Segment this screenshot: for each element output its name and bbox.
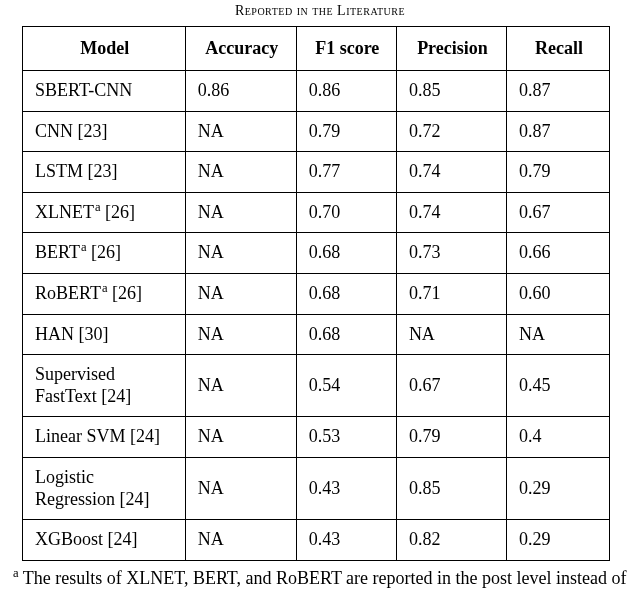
cell-f1: 0.68 xyxy=(296,233,396,274)
model-citation: [26] xyxy=(101,202,136,222)
table-row: XGBoost [24]NA0.430.820.29 xyxy=(23,520,610,561)
cell-accuracy: NA xyxy=(185,355,296,417)
table-header-row: Model Accuracy F1 score Precision Recall xyxy=(23,26,610,71)
footnote-text: The results of XLNET, BERT, and RoBERT a… xyxy=(12,568,626,594)
col-header-recall: Recall xyxy=(507,26,610,71)
model-name: XLNET xyxy=(35,202,94,222)
cell-recall: NA xyxy=(507,314,610,355)
cell-model: Logistic Regression [24] xyxy=(23,458,186,520)
cell-precision: 0.82 xyxy=(396,520,506,561)
cell-model: XGBoost [24] xyxy=(23,520,186,561)
cell-recall: 0.79 xyxy=(507,152,610,193)
cell-precision: 0.72 xyxy=(396,111,506,152)
model-name: Supervised FastText [24] xyxy=(35,364,131,406)
cell-f1: 0.68 xyxy=(296,274,396,315)
cell-model: SBERT-CNN xyxy=(23,71,186,112)
cell-f1: 0.43 xyxy=(296,520,396,561)
model-citation: [26] xyxy=(87,242,122,262)
cell-model: BERTa [26] xyxy=(23,233,186,274)
col-header-model: Model xyxy=(23,26,186,71)
cell-f1: 0.86 xyxy=(296,71,396,112)
table-row: SBERT-CNN0.860.860.850.87 xyxy=(23,71,610,112)
cell-accuracy: NA xyxy=(185,233,296,274)
cell-accuracy: NA xyxy=(185,458,296,520)
cell-precision: 0.71 xyxy=(396,274,506,315)
model-name: BERT xyxy=(35,242,80,262)
model-name: XGBoost [24] xyxy=(35,529,138,549)
col-header-f1: F1 score xyxy=(296,26,396,71)
cell-model: RoBERTa [26] xyxy=(23,274,186,315)
cell-accuracy: NA xyxy=(185,152,296,193)
cell-accuracy: NA xyxy=(185,274,296,315)
cell-accuracy: 0.86 xyxy=(185,71,296,112)
cell-recall: 0.60 xyxy=(507,274,610,315)
cell-recall: 0.66 xyxy=(507,233,610,274)
model-name: SBERT-CNN xyxy=(35,80,132,100)
cell-recall: 0.29 xyxy=(507,458,610,520)
cell-precision: 0.74 xyxy=(396,152,506,193)
cell-recall: 0.45 xyxy=(507,355,610,417)
model-name: CNN [23] xyxy=(35,121,108,141)
model-name: Logistic Regression [24] xyxy=(35,467,149,509)
table-row: LSTM [23]NA0.770.740.79 xyxy=(23,152,610,193)
cell-recall: 0.29 xyxy=(507,520,610,561)
cell-model: XLNETa [26] xyxy=(23,192,186,233)
cell-model: Linear SVM [24] xyxy=(23,417,186,458)
table-row: Logistic Regression [24]NA0.430.850.29 xyxy=(23,458,610,520)
model-name: Linear SVM [24] xyxy=(35,426,160,446)
cell-f1: 0.77 xyxy=(296,152,396,193)
cell-f1: 0.79 xyxy=(296,111,396,152)
cell-model: LSTM [23] xyxy=(23,152,186,193)
cell-model: Supervised FastText [24] xyxy=(23,355,186,417)
col-header-precision: Precision xyxy=(396,26,506,71)
model-name: HAN [30] xyxy=(35,324,109,344)
col-header-accuracy: Accuracy xyxy=(185,26,296,71)
cell-accuracy: NA xyxy=(185,111,296,152)
table-row: HAN [30]NA0.68NANA xyxy=(23,314,610,355)
cell-recall: 0.4 xyxy=(507,417,610,458)
table-row: XLNETa [26]NA0.700.740.67 xyxy=(23,192,610,233)
table-footnote: a The results of XLNET, BERT, and RoBERT… xyxy=(12,567,628,594)
table-caption-top: Reported in the Literature xyxy=(12,2,628,20)
cell-f1: 0.43 xyxy=(296,458,396,520)
table-body: SBERT-CNN0.860.860.850.87CNN [23]NA0.790… xyxy=(23,71,610,561)
cell-model: CNN [23] xyxy=(23,111,186,152)
model-name: RoBERT xyxy=(35,283,101,303)
cell-precision: 0.73 xyxy=(396,233,506,274)
cell-accuracy: NA xyxy=(185,520,296,561)
results-table: Model Accuracy F1 score Precision Recall… xyxy=(22,26,610,561)
cell-accuracy: NA xyxy=(185,314,296,355)
cell-precision: 0.67 xyxy=(396,355,506,417)
table-row: CNN [23]NA0.790.720.87 xyxy=(23,111,610,152)
cell-recall: 0.87 xyxy=(507,71,610,112)
table-row: Linear SVM [24]NA0.530.790.4 xyxy=(23,417,610,458)
cell-f1: 0.53 xyxy=(296,417,396,458)
cell-recall: 0.67 xyxy=(507,192,610,233)
cell-precision: 0.74 xyxy=(396,192,506,233)
cell-precision: 0.85 xyxy=(396,458,506,520)
cell-f1: 0.70 xyxy=(296,192,396,233)
model-name: LSTM [23] xyxy=(35,161,118,181)
cell-accuracy: NA xyxy=(185,192,296,233)
cell-precision: 0.79 xyxy=(396,417,506,458)
cell-f1: 0.68 xyxy=(296,314,396,355)
cell-model: HAN [30] xyxy=(23,314,186,355)
cell-precision: 0.85 xyxy=(396,71,506,112)
table-row: RoBERTa [26]NA0.680.710.60 xyxy=(23,274,610,315)
cell-accuracy: NA xyxy=(185,417,296,458)
cell-recall: 0.87 xyxy=(507,111,610,152)
table-row: Supervised FastText [24]NA0.540.670.45 xyxy=(23,355,610,417)
cell-f1: 0.54 xyxy=(296,355,396,417)
cell-precision: NA xyxy=(396,314,506,355)
table-row: BERTa [26]NA0.680.730.66 xyxy=(23,233,610,274)
model-citation: [26] xyxy=(108,283,143,303)
